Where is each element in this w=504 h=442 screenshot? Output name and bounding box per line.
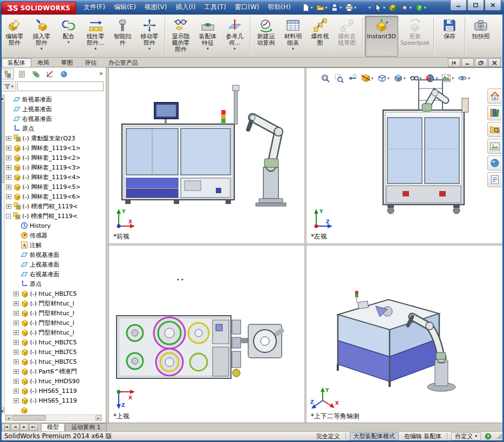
large-assembly-mode-toggle[interactable]: 大型装配体模式 xyxy=(350,432,399,440)
dropdown-caret[interactable]: ▼ xyxy=(410,6,412,9)
dropdown-caret[interactable]: ▼ xyxy=(435,77,438,80)
tree-item[interactable]: + (-) 門型材htuc_l xyxy=(5,328,105,337)
dropdown-caret[interactable]: ▼ xyxy=(311,6,313,9)
toolbar-button[interactable]: 参考几 何... ▼ xyxy=(221,16,248,57)
dropdown-caret[interactable]: ▼ xyxy=(452,77,454,80)
quick-access-button[interactable]: ▼ xyxy=(344,2,357,13)
tree-item[interactable]: + (-) htuc_HBLTC5 xyxy=(5,337,105,347)
view-tool-button[interactable]: ▼ xyxy=(410,73,422,83)
tree-item[interactable]: + (-) 門型材htuc_l xyxy=(5,308,105,318)
dropdown-caret[interactable]: ▼ xyxy=(94,47,97,50)
dropdown-caret[interactable]: ▼ xyxy=(383,6,385,9)
dropdown-caret[interactable]: ▼ xyxy=(67,40,70,44)
view-tool-button[interactable]: ▼ xyxy=(377,73,390,83)
tree-item[interactable]: 右视基准面 xyxy=(5,269,105,279)
command-tab[interactable]: 布局 xyxy=(31,58,55,67)
quick-access-button[interactable]: ▼ xyxy=(399,2,413,13)
menu-item[interactable]: 视图(V) xyxy=(140,0,172,15)
menu-item[interactable]: 插入(I) xyxy=(171,0,200,15)
viewport-splitter-vertical[interactable] xyxy=(304,68,307,423)
tree-item[interactable]: + (-) 標准門框_1119< xyxy=(5,201,105,211)
dropdown-caret[interactable]: ▼ xyxy=(404,77,406,80)
viewport-front[interactable]: Y X *前视 xyxy=(109,68,304,243)
dropdown-caret[interactable]: ▼ xyxy=(387,77,390,80)
tree-item[interactable]: 传感器 xyxy=(5,230,105,240)
dropdown-caret[interactable]: ▼ xyxy=(369,6,371,9)
view-tool-button[interactable]: ▼ xyxy=(441,73,454,83)
quick-access-button[interactable]: ?▼ xyxy=(414,2,427,13)
document-window-button[interactable] xyxy=(488,58,501,67)
tree-expander[interactable]: + xyxy=(6,175,11,180)
toolbar-button[interactable]: 插入零 部件 ▼ xyxy=(28,16,55,57)
document-window-button[interactable] xyxy=(448,58,460,67)
tree-expander[interactable]: - xyxy=(6,214,11,219)
dropdown-caret[interactable]: ▼ xyxy=(424,6,426,9)
tree-expander[interactable]: + xyxy=(6,185,11,189)
tree-item[interactable]: + (-) 震動盤支架(Q23 xyxy=(5,133,105,143)
tree-item[interactable]: + (-) 脚杯套_1119<5> xyxy=(5,182,105,192)
menu-item[interactable]: 帮助(H) xyxy=(263,0,295,15)
tree-expander[interactable]: + xyxy=(13,301,19,306)
command-tab[interactable]: 办公室产品 xyxy=(103,58,144,67)
resize-grip[interactable] xyxy=(496,433,502,439)
tree-expander[interactable]: + xyxy=(13,398,19,403)
window-button[interactable] xyxy=(450,0,467,11)
filter-button[interactable]: ▼ xyxy=(1,81,16,92)
document-tab[interactable]: 运动算例 1 xyxy=(65,423,107,431)
window-button[interactable] xyxy=(467,0,484,11)
toolbar-button[interactable]: ▼ xyxy=(250,17,251,55)
task-pane-tab[interactable] xyxy=(487,105,502,120)
tree-expander[interactable]: + xyxy=(13,321,19,325)
tree-item[interactable]: + (-) 門型材htuc_l xyxy=(5,298,105,308)
view-tool-button[interactable]: ▼ xyxy=(361,73,373,83)
document-window-button[interactable] xyxy=(461,58,474,67)
view-tool-button[interactable]: ▼ xyxy=(393,73,406,83)
toolbar-button[interactable]: 线性零 部件... ▼ xyxy=(82,16,109,57)
toolbar-button[interactable]: ▼ xyxy=(165,17,166,55)
tree-expander[interactable]: + xyxy=(13,311,19,316)
tree-item[interactable]: + (-) 脚杯套_1119<2> xyxy=(5,153,105,162)
tree-expander[interactable]: + xyxy=(13,389,19,393)
panel-overflow-chevron[interactable]: » xyxy=(99,70,103,77)
toolbar-button[interactable]: 拍快照 ▼ xyxy=(467,16,494,57)
viewport-left[interactable]: ▼▼▼▼▼▼▼▼▼▼ Y Z *左视 xyxy=(307,68,502,243)
toolbar-button[interactable]: 新建运 动算例 ▼ xyxy=(253,16,280,57)
panel-tab[interactable] xyxy=(1,69,14,79)
view-tool-button[interactable]: ▼ xyxy=(458,73,470,83)
command-tab[interactable]: 评估 xyxy=(79,58,103,67)
dropdown-caret[interactable]: ▼ xyxy=(325,6,328,9)
tab-scroll-button[interactable]: |◄ xyxy=(2,424,10,431)
tree-expander[interactable]: + xyxy=(6,146,11,151)
task-pane-tab[interactable] xyxy=(487,122,502,137)
quick-access-button[interactable]: ▼ xyxy=(301,2,314,13)
tree-expander[interactable]: + xyxy=(13,350,19,355)
view-tool-button[interactable]: ▼ xyxy=(334,73,344,83)
tree-item[interactable]: - (-) 標准門框_1119< xyxy=(5,211,105,221)
tree-expander[interactable]: + xyxy=(6,194,11,199)
task-pane-tab[interactable] xyxy=(487,89,502,104)
tree-item[interactable]: + (-) HHS65_1119 xyxy=(5,386,105,396)
tab-scroll-button[interactable]: ►| xyxy=(29,424,38,431)
scroll-left-button[interactable]: ◄ xyxy=(5,415,11,420)
dropdown-caret[interactable]: ▼ xyxy=(354,6,356,9)
tree-expander[interactable]: + xyxy=(6,136,11,141)
quick-access-button[interactable]: ▼ xyxy=(387,2,398,13)
document-tab[interactable]: 模型 xyxy=(41,423,65,431)
dropdown-caret[interactable]: ▼ xyxy=(371,77,373,80)
toolbar-button[interactable]: ▼ xyxy=(465,17,466,55)
window-button[interactable] xyxy=(485,0,501,11)
panel-tab[interactable] xyxy=(15,69,28,79)
view-tool-button[interactable]: ▼ xyxy=(425,73,438,83)
view-tool-button[interactable]: ▼ xyxy=(348,73,357,83)
toolbar-button[interactable]: 爆炸视 图 ▼ xyxy=(307,16,333,57)
dropdown-caret[interactable]: ▼ xyxy=(148,47,151,50)
tree-expander[interactable]: + xyxy=(6,165,11,170)
task-pane-tab[interactable] xyxy=(487,172,502,187)
filter-input[interactable] xyxy=(17,81,104,91)
tree-item[interactable]: + (-) 脚杯套_1119<6> xyxy=(5,192,105,201)
tree-item[interactable]: 上视基准面 xyxy=(5,260,105,269)
toolbar-button[interactable]: 材料明 细表 ▼ xyxy=(280,16,307,57)
tree-expander[interactable]: + xyxy=(13,359,19,364)
dropdown-caret[interactable]: ▼ xyxy=(11,85,13,88)
tree-item[interactable]: 原点 xyxy=(5,279,105,289)
